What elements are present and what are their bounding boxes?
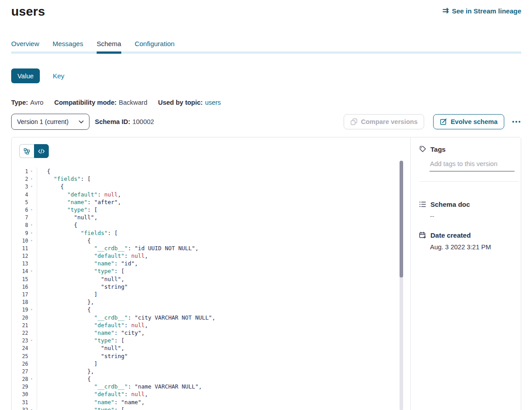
code-line: 3▾ { xyxy=(12,183,410,190)
code-scrollbar[interactable] xyxy=(400,161,403,410)
line-number: 25 xyxy=(12,353,28,360)
line-number: 15 xyxy=(12,276,28,283)
code-text: { xyxy=(47,221,77,229)
compare-versions-button[interactable]: Compare versions xyxy=(344,114,425,129)
lineage-link-label: See in Stream lineage xyxy=(452,7,521,15)
active-tab-indicator xyxy=(97,51,121,54)
code-text: "name": "after", xyxy=(47,198,121,206)
code-line: 10▾ { xyxy=(12,237,410,244)
code-line: 5 "name": "after", xyxy=(12,198,410,206)
fold-toggle-icon[interactable]: ▾ xyxy=(28,337,35,344)
line-number: 5 xyxy=(12,199,28,206)
line-number: 23 xyxy=(12,337,28,345)
line-number: 17 xyxy=(12,291,28,299)
line-number: 9 xyxy=(12,230,28,237)
fold-toggle-icon[interactable]: ▾ xyxy=(28,306,35,313)
code-text: "type": [ xyxy=(47,206,98,214)
topic-link[interactable]: users xyxy=(205,99,221,106)
code-text: "fields": [ xyxy=(47,229,118,237)
code-line: 2▾ "fields": [ xyxy=(12,175,410,183)
code-lines: 1▾{2▾ "fields": [3▾ {4 "default": null,5… xyxy=(12,167,410,410)
code-scrollbar-thumb[interactable] xyxy=(400,161,403,278)
code-text: "null", xyxy=(47,275,124,283)
fold-toggle-icon[interactable]: ▾ xyxy=(28,175,35,183)
fold-toggle-icon[interactable]: ▾ xyxy=(28,229,35,237)
schema-id-value: 100002 xyxy=(132,118,154,125)
code-text: }, xyxy=(47,367,94,375)
code-text: { xyxy=(47,306,91,313)
code-text: "name": "name", xyxy=(47,398,145,406)
line-number: 7 xyxy=(12,214,28,222)
schema-page: users ⇉ See in Stream lineage Overview M… xyxy=(0,4,532,410)
compatibility-value: Backward xyxy=(119,99,148,106)
line-number: 10 xyxy=(12,237,28,245)
line-number: 16 xyxy=(12,283,28,291)
code-line: 29 "__crdb__": "name VARCHAR NULL", xyxy=(12,383,410,390)
line-number: 27 xyxy=(12,368,28,376)
line-number: 28 xyxy=(12,376,28,383)
tags-input[interactable] xyxy=(430,160,515,171)
tab-schema[interactable]: Schema xyxy=(97,39,121,48)
fold-toggle-icon[interactable]: ▾ xyxy=(28,206,35,214)
fold-toggle-icon[interactable]: ▾ xyxy=(28,167,35,175)
tab-configuration[interactable]: Configuration xyxy=(135,39,174,48)
compatibility-label: Compatibility mode: xyxy=(54,99,116,106)
see-in-stream-lineage-link[interactable]: ⇉ See in Stream lineage xyxy=(443,7,521,15)
version-select[interactable]: Version 1 (current) xyxy=(11,114,89,130)
line-number: 30 xyxy=(12,391,28,398)
code-text: "default": null, xyxy=(47,252,148,260)
type-value: Avro xyxy=(30,99,44,106)
view-mode-toggle xyxy=(19,144,410,158)
code-line: 28▾ { xyxy=(12,375,410,383)
more-options-button[interactable] xyxy=(511,118,521,125)
used-by-topic-label: Used by topic: xyxy=(158,99,203,106)
line-number: 26 xyxy=(12,360,28,368)
page-header: users ⇉ See in Stream lineage xyxy=(11,4,521,20)
code-line: 31 "name": "name", xyxy=(12,398,410,406)
code-line: 18 }, xyxy=(12,298,410,306)
schema-code-panel: 1▾{2▾ "fields": [3▾ {4 "default": null,5… xyxy=(12,137,411,410)
code-line: 9▾ "fields": [ xyxy=(12,229,410,237)
key-toggle-link[interactable]: Key xyxy=(53,72,64,80)
code-text: "name": "id", xyxy=(47,260,138,267)
tabs: Overview Messages Schema Configuration xyxy=(11,39,521,54)
line-number: 21 xyxy=(12,322,28,329)
code-text: { xyxy=(47,375,91,383)
code-text: "__crdb__": "id UUID NOT NULL", xyxy=(47,244,199,252)
code-view-button[interactable] xyxy=(34,144,49,158)
code-line: 1▾{ xyxy=(12,167,410,175)
line-number: 11 xyxy=(12,245,28,252)
tree-view-button[interactable] xyxy=(19,144,34,158)
line-number: 1 xyxy=(12,168,28,175)
fold-toggle-icon[interactable]: ▾ xyxy=(28,267,35,275)
code-line: 6▾ "type": [ xyxy=(12,206,410,214)
code-line: 26 ] xyxy=(12,360,410,367)
fold-toggle-icon[interactable]: ▾ xyxy=(28,237,35,244)
line-number: 8 xyxy=(12,222,28,229)
fold-toggle-icon[interactable]: ▾ xyxy=(28,406,35,410)
sidebar-divider xyxy=(420,181,519,182)
schema-card: 1▾{2▾ "fields": [3▾ {4 "default": null,5… xyxy=(11,137,521,410)
code-view-icon xyxy=(38,149,45,154)
code-text: "type": [ xyxy=(47,406,124,410)
schema-doc-icon xyxy=(419,201,426,208)
line-number: 4 xyxy=(12,191,28,199)
compare-icon xyxy=(350,118,358,125)
evolve-schema-button[interactable]: Evolve schema xyxy=(433,114,504,129)
code-text: "default": null, xyxy=(47,191,121,198)
fold-toggle-icon[interactable]: ▾ xyxy=(28,375,35,383)
tab-overview[interactable]: Overview xyxy=(11,39,39,48)
tag-icon xyxy=(419,145,426,153)
line-number: 12 xyxy=(12,252,28,260)
line-number: 18 xyxy=(12,299,28,306)
code-line: 12 "default": null, xyxy=(12,252,410,260)
fold-toggle-icon[interactable]: ▾ xyxy=(28,183,35,190)
value-toggle-button[interactable]: Value xyxy=(11,68,40,83)
tab-messages[interactable]: Messages xyxy=(53,39,83,48)
code-line: 21 "default": null, xyxy=(12,321,410,329)
fold-toggle-icon[interactable]: ▾ xyxy=(28,221,35,229)
schema-doc-section: Schema doc -- xyxy=(419,201,521,220)
schema-doc-title: Schema doc xyxy=(430,201,470,208)
code-text: "null", xyxy=(47,214,98,221)
code-line: 32▾ "type": [ xyxy=(12,406,410,410)
